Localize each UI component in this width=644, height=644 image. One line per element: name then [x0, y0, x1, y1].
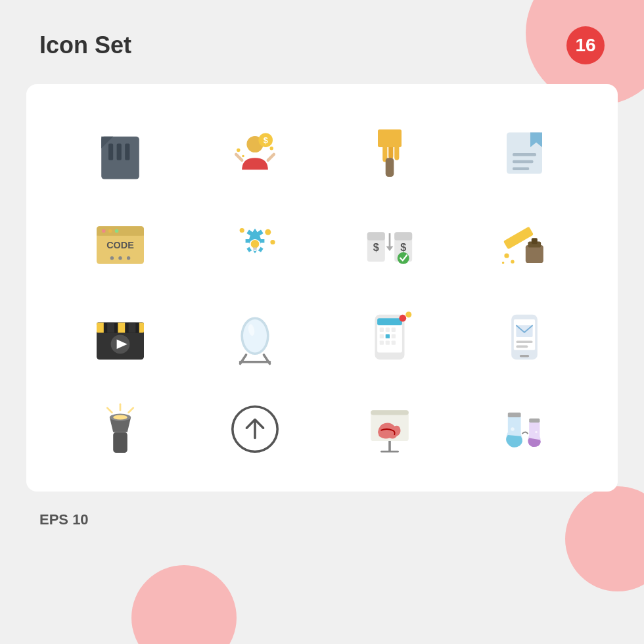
svg-text:$: $ — [400, 241, 406, 253]
footer-label: EPS 10 — [39, 511, 89, 528]
svg-rect-32 — [253, 248, 256, 250]
svg-rect-77 — [379, 340, 383, 344]
code-window-icon: CODE — [59, 202, 181, 288]
svg-point-103 — [511, 427, 514, 430]
video-clapper-icon — [59, 294, 181, 380]
icon-card: $ — [26, 84, 618, 492]
svg-rect-56 — [107, 323, 114, 333]
svg-point-42 — [397, 252, 409, 264]
svg-rect-14 — [385, 158, 394, 177]
page-title: Icon Set — [39, 32, 131, 59]
svg-rect-40 — [394, 232, 412, 241]
svg-marker-44 — [386, 246, 393, 251]
svg-line-6 — [236, 154, 242, 160]
svg-text:CODE: CODE — [106, 240, 134, 250]
svg-rect-18 — [513, 160, 534, 164]
svg-rect-57 — [118, 323, 125, 333]
svg-rect-74 — [379, 334, 383, 338]
svg-point-81 — [405, 311, 411, 317]
money-transfer-icon: $ $ — [329, 202, 450, 288]
main-container: Icon Set 16 — [0, 0, 644, 644]
svg-rect-17 — [513, 153, 536, 156]
svg-rect-85 — [516, 340, 532, 343]
svg-rect-70 — [377, 318, 402, 325]
badge-count: 16 — [566, 26, 605, 64]
science-icon — [463, 386, 585, 472]
svg-rect-101 — [507, 413, 520, 417]
svg-rect-59 — [139, 323, 146, 333]
svg-rect-71 — [379, 328, 383, 332]
paint-brush-icon — [329, 110, 450, 196]
svg-point-33 — [265, 229, 271, 235]
svg-rect-46 — [525, 245, 543, 263]
svg-rect-19 — [513, 168, 529, 171]
svg-point-31 — [250, 240, 259, 248]
footer: EPS 10 — [0, 498, 644, 541]
svg-rect-79 — [391, 340, 395, 344]
design-tools-icon — [463, 202, 585, 288]
svg-rect-75 — [385, 334, 389, 338]
svg-point-10 — [237, 149, 240, 152]
svg-text:$: $ — [263, 136, 267, 145]
mobile-email-icon — [463, 294, 585, 380]
svg-rect-58 — [128, 323, 135, 333]
upload-icon — [194, 386, 315, 472]
svg-rect-4 — [125, 144, 129, 160]
bookmark-document-icon — [463, 110, 585, 196]
svg-point-24 — [108, 229, 112, 233]
header: Icon Set 16 — [0, 0, 644, 78]
mobile-calendar-icon — [329, 294, 450, 380]
svg-point-11 — [242, 155, 244, 158]
svg-rect-13 — [378, 129, 402, 147]
svg-rect-76 — [391, 334, 395, 338]
svg-point-35 — [239, 228, 244, 233]
svg-point-27 — [110, 256, 113, 260]
sd-card-icon — [59, 110, 181, 196]
svg-point-12 — [269, 147, 273, 150]
svg-point-80 — [399, 315, 406, 322]
svg-point-34 — [270, 240, 275, 244]
map-icon — [329, 386, 450, 472]
svg-rect-48 — [531, 238, 537, 244]
flashlight-icon — [59, 386, 181, 472]
svg-rect-86 — [516, 346, 528, 348]
idea-settings-icon — [194, 202, 315, 288]
svg-line-94 — [107, 408, 112, 413]
svg-rect-37 — [367, 232, 384, 241]
svg-point-29 — [126, 256, 129, 260]
svg-point-91 — [113, 415, 127, 419]
svg-point-66 — [243, 319, 267, 352]
svg-rect-87 — [519, 355, 528, 357]
svg-point-50 — [511, 260, 514, 264]
svg-rect-3 — [116, 144, 121, 160]
svg-rect-55 — [97, 323, 104, 333]
svg-line-93 — [128, 408, 133, 413]
svg-point-25 — [114, 229, 118, 233]
mirror-icon — [194, 294, 315, 380]
svg-line-7 — [267, 154, 273, 160]
svg-rect-2 — [108, 144, 113, 160]
svg-point-51 — [501, 262, 504, 264]
freelancer-money-icon: $ — [194, 110, 315, 196]
svg-rect-102 — [529, 419, 540, 423]
svg-rect-98 — [371, 410, 409, 415]
icon-grid: $ — [59, 110, 585, 472]
svg-point-49 — [504, 254, 509, 258]
svg-rect-88 — [113, 432, 127, 453]
svg-text:$: $ — [373, 241, 379, 253]
svg-point-104 — [535, 431, 538, 434]
svg-rect-73 — [391, 328, 395, 332]
svg-rect-78 — [385, 340, 389, 344]
svg-point-23 — [102, 229, 105, 233]
svg-rect-72 — [385, 328, 389, 332]
svg-point-28 — [118, 256, 122, 260]
